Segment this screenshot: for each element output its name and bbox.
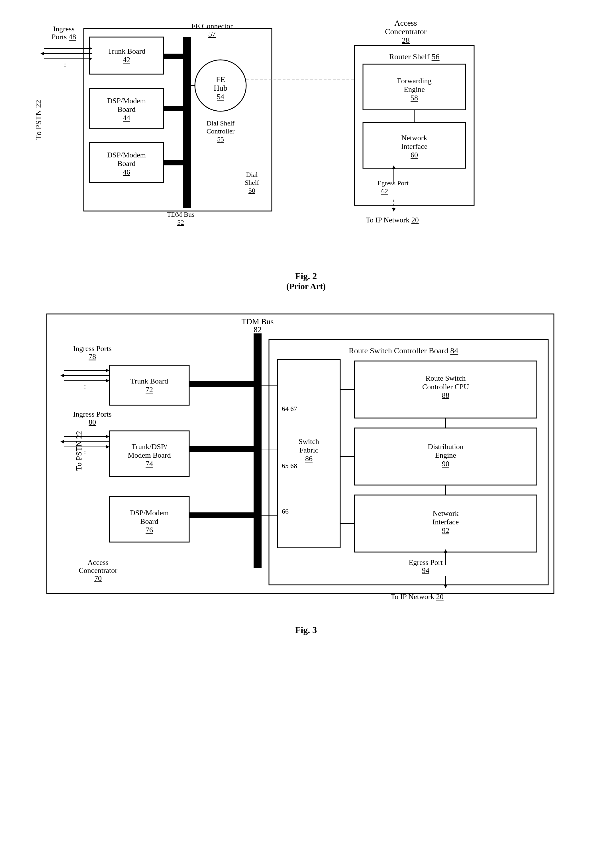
fig3-diagram: TDM Bus 82 To PSTN 22 Ingress Ports 78 :… (36, 308, 576, 622)
svg-text:Hub: Hub (214, 84, 227, 92)
svg-text:55: 55 (217, 135, 224, 143)
svg-text:Interface: Interface (401, 142, 427, 150)
svg-text:TDM Bus: TDM Bus (242, 317, 274, 326)
svg-text:Switch: Switch (298, 437, 319, 446)
svg-marker-75 (106, 379, 110, 382)
svg-rect-80 (189, 381, 253, 387)
svg-text::: : (84, 448, 86, 456)
svg-rect-17 (164, 160, 183, 165)
svg-rect-12 (183, 37, 191, 208)
svg-text:DSP/Modem: DSP/Modem (107, 151, 146, 159)
svg-rect-44 (354, 46, 474, 205)
svg-marker-34 (89, 47, 92, 50)
svg-text:Dial Shelf: Dial Shelf (207, 119, 235, 127)
svg-text:Board: Board (117, 105, 136, 113)
svg-text:Dial: Dial (246, 171, 258, 178)
svg-text:88: 88 (442, 391, 449, 400)
svg-text:65   68: 65 68 (282, 462, 297, 470)
svg-text:To PSTN 22: To PSTN 22 (74, 431, 83, 471)
svg-text:Engine: Engine (435, 451, 456, 459)
svg-text:78: 78 (89, 352, 96, 361)
svg-text:58: 58 (411, 94, 418, 102)
svg-text:Interface: Interface (433, 518, 459, 526)
svg-rect-77 (110, 365, 189, 405)
svg-rect-99 (189, 512, 253, 518)
svg-text:DSP/Modem: DSP/Modem (130, 509, 168, 517)
svg-text:TDM Bus: TDM Bus (167, 211, 195, 218)
svg-text:Access: Access (88, 558, 108, 567)
svg-text:Trunk Board: Trunk Board (130, 377, 168, 385)
fig2-subtitle: (Prior Art) (286, 281, 326, 291)
svg-text:42: 42 (123, 56, 130, 64)
svg-text:92: 92 (442, 526, 449, 535)
svg-text:Route Switch Controller Board : Route Switch Controller Board 84 (349, 346, 458, 355)
svg-text:Distribution: Distribution (428, 443, 464, 451)
svg-text:To PSTN 22: To PSTN 22 (36, 100, 43, 140)
svg-rect-16 (164, 106, 183, 111)
svg-text:52: 52 (177, 219, 184, 226)
svg-marker-86 (60, 440, 64, 443)
svg-text:82: 82 (253, 325, 261, 334)
svg-text:Controller CPU: Controller CPU (422, 383, 469, 391)
svg-marker-135 (444, 549, 447, 553)
svg-text:Fabric: Fabric (300, 446, 318, 454)
svg-text:Ingress Ports: Ingress Ports (73, 344, 111, 353)
svg-text:50: 50 (249, 187, 255, 194)
svg-text:Modem Board: Modem Board (128, 451, 171, 459)
fig2-title: Fig. 2 (286, 271, 326, 281)
svg-text:60: 60 (411, 151, 418, 159)
svg-text:28: 28 (402, 36, 410, 45)
svg-text:Ports 48: Ports 48 (52, 33, 76, 41)
svg-text:86: 86 (305, 454, 312, 463)
svg-text:80: 80 (89, 418, 96, 426)
svg-text:72: 72 (145, 386, 153, 394)
svg-rect-15 (164, 54, 183, 59)
svg-text:64   67: 64 67 (282, 405, 297, 412)
svg-text:Network: Network (402, 134, 427, 142)
svg-text:90: 90 (442, 460, 449, 468)
svg-marker-88 (106, 445, 110, 448)
svg-marker-73 (60, 374, 64, 377)
svg-text:Engine: Engine (404, 85, 425, 93)
svg-rect-94 (189, 446, 253, 452)
svg-text:Egress Port: Egress Port (409, 558, 443, 567)
svg-text:Router Shelf 56: Router Shelf 56 (389, 52, 439, 61)
svg-text:66: 66 (282, 508, 289, 515)
svg-text:Egress Port: Egress Port (377, 179, 409, 187)
svg-text:54: 54 (217, 93, 224, 101)
svg-text:To IP Network 20: To IP Network 20 (366, 216, 419, 224)
svg-text:Board: Board (140, 517, 158, 525)
svg-text:FE: FE (216, 75, 226, 84)
svg-text::: : (84, 382, 86, 391)
svg-text:DSP/Modem: DSP/Modem (107, 97, 146, 105)
svg-marker-137 (444, 585, 447, 588)
fig3-title: Fig. 3 (295, 625, 317, 636)
svg-text:57: 57 (208, 30, 216, 38)
figure3-wrapper: TDM Bus 82 To PSTN 22 Ingress Ports 78 :… (21, 308, 591, 636)
svg-text:76: 76 (145, 526, 153, 534)
svg-text:Shelf: Shelf (245, 179, 259, 186)
svg-text:Forwarding: Forwarding (397, 77, 431, 85)
svg-rect-66 (253, 334, 261, 568)
svg-text:74: 74 (145, 460, 153, 468)
svg-marker-71 (106, 369, 110, 372)
svg-marker-84 (106, 435, 110, 438)
svg-text:Concentrator: Concentrator (385, 27, 427, 36)
svg-text:Ingress Ports: Ingress Ports (73, 410, 111, 418)
svg-text:Trunk/DSP/: Trunk/DSP/ (131, 443, 167, 451)
fig2-diagram: Trunk Board 42 DSP/Modem Board 44 DSP/Mo… (36, 11, 576, 268)
svg-text:Trunk Board: Trunk Board (108, 47, 145, 55)
fig2-caption: Fig. 2 (Prior Art) (286, 271, 326, 291)
svg-text:Access: Access (394, 19, 417, 27)
svg-text:Network: Network (433, 509, 459, 518)
svg-marker-58 (392, 165, 396, 169)
svg-text:Route Switch: Route Switch (426, 374, 466, 382)
fig3-caption: Fig. 3 (295, 625, 317, 636)
svg-marker-60 (392, 208, 396, 212)
svg-text:Ingress: Ingress (53, 25, 74, 33)
svg-marker-38 (89, 57, 92, 60)
svg-text:70: 70 (94, 574, 102, 583)
svg-text:FE Connector: FE Connector (191, 22, 232, 30)
svg-text:62: 62 (381, 188, 388, 195)
figure2-wrapper: Trunk Board 42 DSP/Modem Board 44 DSP/Mo… (21, 11, 591, 291)
